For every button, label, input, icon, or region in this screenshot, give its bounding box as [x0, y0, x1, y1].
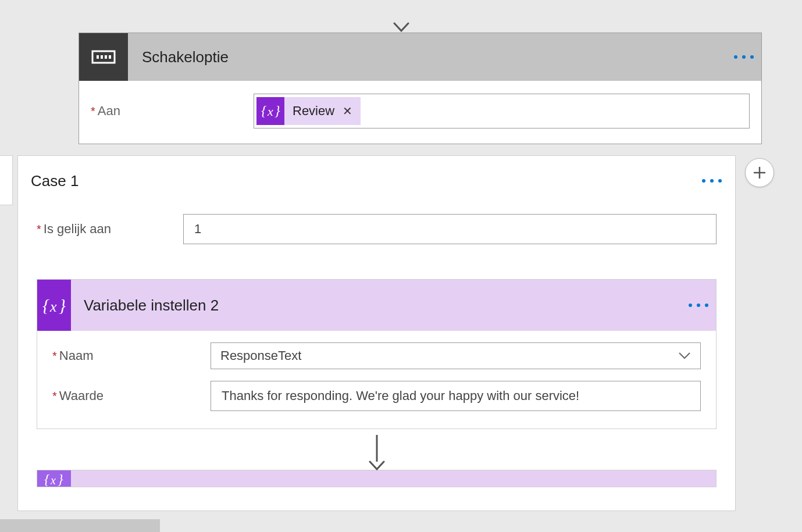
var-name-label: Naam: [59, 348, 94, 363]
required-star-icon: *: [52, 349, 57, 363]
svg-text:{: {: [42, 295, 49, 315]
svg-text:{: {: [261, 103, 267, 118]
case-card: Case 1 * Is gelijk aan {x} Variabele ins…: [17, 155, 736, 511]
set-variable-card: {x} Variabele instellen 2 * Naam Respons…: [37, 279, 717, 429]
add-case-button[interactable]: [745, 158, 774, 187]
token-remove-icon[interactable]: ✕: [343, 104, 361, 118]
svg-text:x: x: [267, 104, 273, 119]
svg-text:}: }: [58, 472, 63, 486]
switch-more-menu[interactable]: [726, 55, 761, 59]
svg-text:x: x: [49, 298, 57, 315]
token-label: Review: [284, 103, 343, 119]
variable-fx-icon: {x}: [256, 97, 284, 125]
required-star-icon: *: [52, 390, 57, 403]
token-review[interactable]: {x} Review ✕: [256, 97, 361, 125]
var-value-input[interactable]: [211, 381, 701, 411]
horizontal-scrollbar[interactable]: [0, 519, 160, 532]
case-title: Case 1: [31, 172, 694, 190]
set-variable-title: Variabele instellen 2: [71, 297, 681, 315]
chevron-down-icon: [678, 348, 691, 363]
svg-text:{: {: [44, 472, 50, 486]
case-equals-value[interactable]: [193, 221, 707, 237]
switch-icon: [79, 33, 128, 81]
case-header[interactable]: Case 1: [18, 156, 735, 206]
svg-rect-4: [109, 55, 111, 59]
svg-rect-3: [105, 55, 107, 59]
svg-text:x: x: [50, 474, 56, 486]
switch-on-label: Aan: [98, 103, 120, 119]
switch-on-input[interactable]: {x} Review ✕: [254, 94, 750, 128]
var-value-value[interactable]: [220, 388, 691, 404]
svg-text:}: }: [59, 295, 66, 315]
previous-case-sliver[interactable]: [0, 155, 13, 205]
svg-rect-1: [97, 55, 99, 59]
var-name-select[interactable]: ResponseText: [211, 342, 701, 369]
svg-rect-0: [92, 51, 115, 63]
case-more-menu[interactable]: [694, 179, 729, 183]
set-variable-header[interactable]: {x} Variabele instellen 2: [37, 280, 716, 331]
switch-header[interactable]: Schakeloptie: [79, 33, 761, 81]
svg-text:}: }: [275, 103, 280, 118]
case-equals-label: Is gelijk aan: [44, 222, 111, 237]
switch-title: Schakeloptie: [128, 48, 726, 66]
required-star-icon: *: [91, 105, 95, 118]
var-name-value: ResponseText: [220, 348, 301, 363]
var-value-label: Waarde: [59, 388, 104, 404]
flow-arrow-mid: [37, 435, 717, 470]
svg-rect-2: [101, 55, 103, 59]
switch-action-card: Schakeloptie * Aan {x} Review ✕: [79, 33, 762, 144]
required-star-icon: *: [37, 223, 41, 236]
set-variable-more-menu[interactable]: [681, 304, 716, 307]
variable-fx-icon: {x}: [37, 470, 71, 487]
flow-arrow-incoming: [393, 0, 410, 35]
case-equals-input[interactable]: [183, 214, 717, 244]
variable-fx-icon: {x}: [37, 280, 71, 331]
